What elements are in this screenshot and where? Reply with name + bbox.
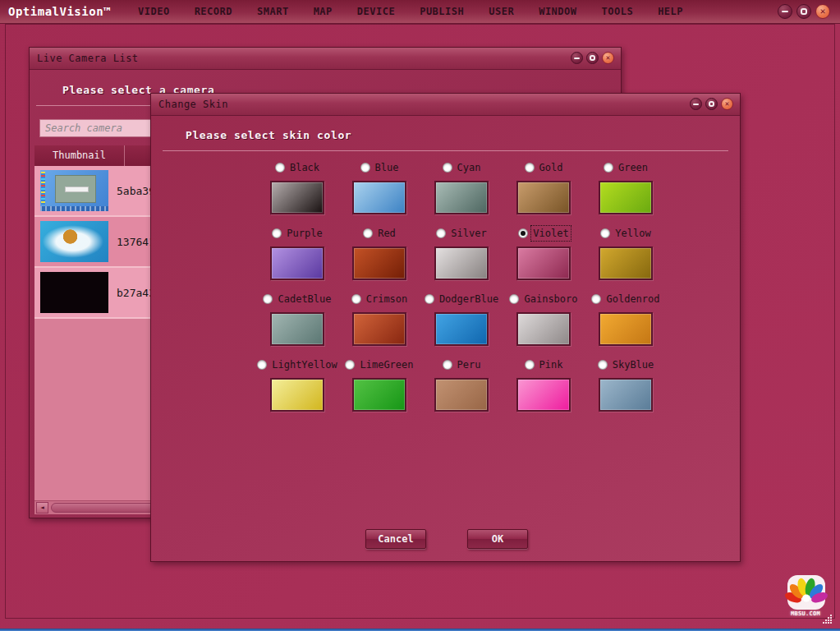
skin-option-violet[interactable]: Violet [503, 227, 585, 284]
skin-swatch-peru[interactable] [434, 378, 489, 412]
radio-red[interactable] [363, 228, 373, 238]
menu-item-help[interactable]: HELP [645, 0, 695, 23]
radio-cadetblue[interactable] [263, 294, 273, 304]
skin-option-radio-row: Purple [256, 227, 338, 239]
skin-option-black[interactable]: Black [256, 161, 338, 219]
radio-green[interactable] [604, 163, 613, 173]
minimize-icon[interactable] [571, 52, 583, 64]
cancel-button[interactable]: Cancel [365, 529, 426, 549]
skin-option-red[interactable]: Red [338, 227, 420, 284]
skin-swatch-goldenrod[interactable] [599, 312, 653, 346]
skin-swatch-yellow[interactable] [599, 246, 653, 280]
radio-skyblue[interactable] [598, 360, 608, 370]
menu-items: VIDEORECORDSMARTMAPDEVICEPUBLISHUSERWIND… [126, 0, 695, 23]
skin-dialog-titlebar[interactable]: Change Skin [151, 94, 740, 116]
radio-black[interactable] [275, 163, 285, 173]
menu-item-device[interactable]: DEVICE [345, 0, 407, 23]
minimize-icon[interactable] [778, 4, 792, 19]
skin-swatch-gainsboro[interactable] [516, 312, 571, 346]
radio-pink[interactable] [525, 360, 535, 370]
skin-swatch-gold[interactable] [516, 181, 571, 214]
menu-item-publish[interactable]: PUBLISH [407, 0, 476, 23]
skin-swatch-skyblue[interactable] [599, 378, 653, 412]
radio-silver[interactable] [436, 228, 446, 238]
skin-option-green[interactable]: Green [585, 161, 667, 219]
close-icon[interactable] [602, 52, 614, 64]
camera-thumbnail-desktop[interactable] [40, 170, 108, 211]
maximize-icon[interactable] [705, 98, 718, 110]
skin-swatch-crimson[interactable] [352, 312, 406, 346]
skin-option-radio-row: Silver [420, 227, 503, 239]
radio-gold[interactable] [525, 163, 535, 173]
skin-swatch-cadetblue[interactable] [270, 312, 324, 346]
radio-cyan[interactable] [443, 163, 452, 173]
skin-option-cyan[interactable]: Cyan [420, 161, 503, 219]
skin-swatch-dodgerblue[interactable] [434, 312, 489, 346]
camera-thumbnail-black[interactable] [40, 272, 108, 313]
skin-option-purple[interactable]: Purple [256, 227, 338, 284]
minimize-icon[interactable] [690, 98, 702, 110]
skin-option-label: Cyan [457, 162, 481, 173]
skin-swatch-violet[interactable] [516, 246, 571, 280]
radio-gainsboro[interactable] [509, 294, 519, 304]
radio-peru[interactable] [443, 360, 452, 370]
menu-item-user[interactable]: USER [476, 0, 526, 23]
skin-option-limegreen[interactable]: LimeGreen [338, 358, 420, 416]
skin-option-radio-row: Goldenrod [585, 292, 667, 305]
camera-window-titlebar[interactable]: Live Camera List [30, 48, 621, 70]
skin-option-radio-row: Violet [503, 227, 585, 239]
menu-item-tools[interactable]: TOOLS [590, 0, 646, 23]
menu-item-video[interactable]: VIDEO [126, 0, 182, 23]
skin-swatch-purple[interactable] [270, 246, 324, 280]
close-icon[interactable] [721, 98, 733, 110]
menu-item-record[interactable]: RECORD [182, 0, 245, 23]
skin-option-label: Pink [539, 359, 563, 371]
skin-option-blue[interactable]: Blue [338, 161, 420, 219]
menu-item-map[interactable]: MAP [301, 0, 345, 23]
radio-violet[interactable] [518, 228, 528, 238]
skin-option-label: Violet [533, 228, 568, 239]
radio-dodgerblue[interactable] [425, 294, 434, 304]
skin-swatch-lightyellow[interactable] [270, 378, 324, 412]
radio-crimson[interactable] [351, 294, 361, 304]
camera-thumbnail-flower[interactable] [40, 221, 108, 262]
close-icon[interactable] [815, 4, 830, 19]
radio-yellow[interactable] [600, 228, 610, 238]
radio-purple[interactable] [272, 228, 282, 238]
skin-option-gainsboro[interactable]: Gainsboro [503, 292, 585, 350]
skin-swatch-pink[interactable] [516, 378, 571, 412]
skin-option-yellow[interactable]: Yellow [585, 227, 667, 284]
skin-option-gold[interactable]: Gold [503, 161, 585, 219]
skin-dialog-heading: Please select skin color [186, 129, 351, 141]
skin-swatch-silver[interactable] [434, 246, 489, 280]
skin-option-goldenrod[interactable]: Goldenrod [585, 292, 667, 350]
scroll-left-icon[interactable]: ◄ [36, 502, 48, 514]
skin-option-radio-row: Cyan [420, 161, 503, 173]
menu-item-smart[interactable]: SMART [245, 0, 301, 23]
radio-blue[interactable] [360, 163, 370, 173]
skin-option-cadetblue[interactable]: CadetBlue [256, 292, 338, 350]
skin-option-pink[interactable]: Pink [503, 358, 585, 416]
skin-option-skyblue[interactable]: SkyBlue [585, 358, 667, 416]
skin-option-crimson[interactable]: Crimson [338, 292, 420, 350]
radio-limegreen[interactable] [345, 360, 355, 370]
skin-swatch-blue[interactable] [352, 181, 406, 214]
ok-button[interactable]: OK [467, 529, 528, 549]
skin-option-silver[interactable]: Silver [420, 227, 503, 284]
skin-swatch-cyan[interactable] [434, 181, 489, 214]
skin-swatch-limegreen[interactable] [352, 378, 406, 412]
skin-option-label: Black [290, 162, 319, 173]
skin-option-label: SkyBlue [613, 359, 654, 371]
skin-option-peru[interactable]: Peru [420, 358, 503, 416]
skin-swatch-red[interactable] [352, 246, 406, 280]
skin-option-dodgerblue[interactable]: DodgerBlue [420, 292, 503, 350]
skin-swatch-black[interactable] [270, 181, 324, 214]
column-header-thumbnail[interactable]: Thumbnail [34, 145, 125, 166]
menu-item-window[interactable]: WINDOW [526, 0, 589, 23]
maximize-icon[interactable] [586, 52, 599, 64]
skin-swatch-green[interactable] [599, 181, 653, 214]
maximize-icon[interactable] [796, 4, 811, 19]
skin-option-lightyellow[interactable]: LightYellow [256, 358, 338, 416]
radio-goldenrod[interactable] [591, 294, 601, 304]
radio-lightyellow[interactable] [257, 360, 267, 370]
